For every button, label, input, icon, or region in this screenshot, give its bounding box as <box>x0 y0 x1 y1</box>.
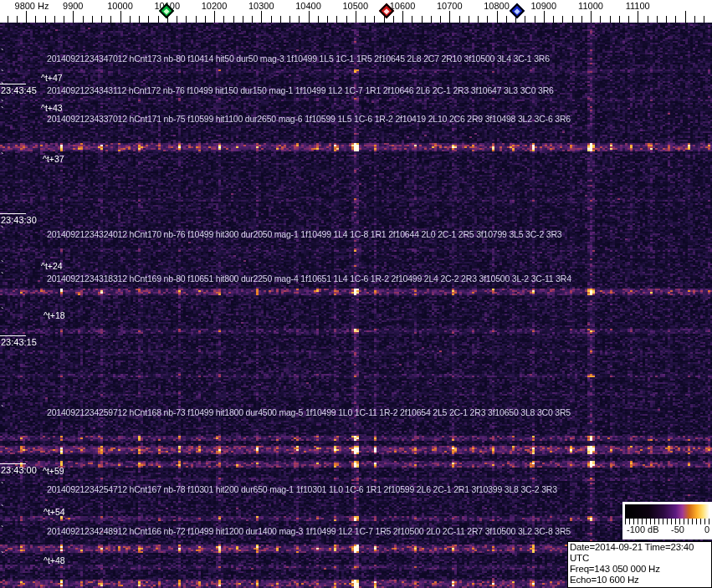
time-tick-line <box>0 463 26 464</box>
colorbar-label-max: 0 <box>704 524 709 534</box>
colorbar-gradient <box>625 504 709 519</box>
freq-axis-label: 10700 <box>437 1 463 11</box>
edge-tick-mark: ` <box>1 228 4 233</box>
event-marker: ^t+43 <box>41 103 63 113</box>
edge-tick-mark: ` <box>1 483 4 488</box>
spectrogram-canvas[interactable] <box>0 23 712 588</box>
detection-text: 20140921234343112 hCnt172 nb-76 f10499 h… <box>47 85 554 95</box>
freq-axis-label: 10900 <box>530 1 556 11</box>
detection-text: 20140921234324012 hCnt170 nb-76 f10499 h… <box>47 229 561 239</box>
freq-axis-label: 10200 <box>202 1 228 11</box>
time-label: 23:43:30 <box>1 215 37 225</box>
freq-axis-label: 10500 <box>342 1 368 11</box>
detection-text: 20140921234259712 hCnt168 nb-73 f10499 h… <box>47 407 571 417</box>
freq-axis-label: 10000 <box>107 1 133 11</box>
edge-tick-mark: ` <box>1 108 4 113</box>
time-tick-line <box>0 335 26 336</box>
edge-tick-mark: ` <box>1 262 4 267</box>
info-echo-frequency: Echo=10 600 Hz <box>570 575 709 585</box>
edge-tick-mark: ` <box>1 506 4 511</box>
freq-axis-label: 9900 <box>63 1 83 11</box>
marker-diamond-green-center <box>163 8 169 13</box>
event-marker: ^t+59 <box>43 466 64 476</box>
edge-tick-mark: ` <box>1 309 4 314</box>
event-marker: ^t+37 <box>43 154 64 164</box>
time-label: 23:43:45 <box>1 85 37 95</box>
colorbar-label-mid: -50 <box>671 524 684 534</box>
freq-axis-label: 10800 <box>484 1 510 11</box>
event-marker: ^t+47 <box>41 73 63 83</box>
frequency-axis: 9800 Hz990010000101001020010300104001050… <box>0 0 712 23</box>
time-label: 23:43:15 <box>1 337 37 347</box>
edge-tick-mark: ` <box>1 50 4 55</box>
freq-axis-label: 11000 <box>578 1 603 11</box>
time-label: 23:43:00 <box>1 465 37 475</box>
event-marker: ^t+54 <box>44 507 65 517</box>
edge-tick-mark: ` <box>1 84 4 89</box>
info-box: Date=2014-09-21 Time=23:40 UTC Freq=143 … <box>567 541 712 588</box>
time-tick-line <box>0 213 26 214</box>
edge-tick-mark: ` <box>1 553 4 558</box>
event-marker: ^t+18 <box>44 310 65 320</box>
edge-tick-mark: ` <box>1 71 4 76</box>
colorbar-ticks <box>625 519 709 524</box>
db-colorbar: -100 dB -50 0 <box>622 502 712 539</box>
edge-tick-mark: ` <box>1 527 4 532</box>
freq-axis-label: 10300 <box>248 1 274 11</box>
freq-axis-label: 11100 <box>626 1 650 11</box>
spectrogram-area: 23:43:4523:43:3023:43:1523:43:00^t+47^t+… <box>0 23 712 588</box>
info-date-time: Date=2014-09-21 Time=23:40 UTC <box>570 542 709 564</box>
detection-text: 20140921234337012 hCnt171 nb-75 f10599 h… <box>47 114 571 124</box>
detection-text: 20140921234248912 hCnt166 nb-72 f10499 h… <box>47 526 571 536</box>
detection-text: 20140921234254712 hCnt167 nb-78 f10301 h… <box>47 484 557 494</box>
edge-tick-mark: ` <box>1 154 4 159</box>
event-marker: ^t+24 <box>41 261 63 271</box>
freq-axis-label: 9800 Hz <box>15 1 49 11</box>
detection-text: 20140921234318312 hCnt169 nb-80 f10651 h… <box>47 274 571 284</box>
marker-diamond-blue-center <box>514 8 520 13</box>
event-marker: ^t+48 <box>44 555 65 565</box>
info-frequency: Freq=143 050 000 Hz <box>570 564 709 575</box>
edge-tick-mark: ` <box>1 274 4 279</box>
marker-diamond-red-center <box>383 8 389 13</box>
freq-axis-label: 10400 <box>295 1 321 11</box>
detection-text: 20140921234347012 hCnt173 nb-80 f10414 h… <box>47 54 550 64</box>
colorbar-label-min: -100 dB <box>627 524 659 534</box>
app-window: 9800 Hz990010000101001020010300104001050… <box>0 0 712 588</box>
edge-tick-mark: ` <box>1 406 4 412</box>
